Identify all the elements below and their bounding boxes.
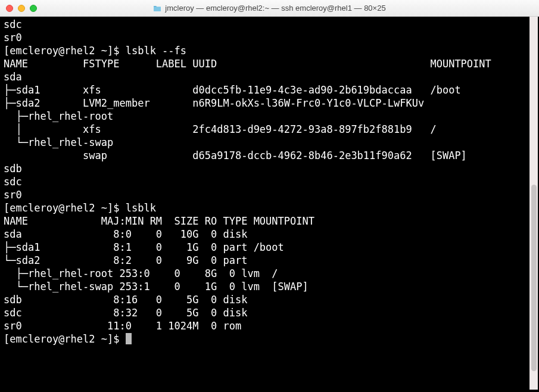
terminal-line: sdb [4,163,22,175]
terminal-line: ├─sda2 LVM2_member n6R9LM-okXs-l36W-Frc0… [4,97,424,109]
window-title: jmcleroy — emcleroy@rhel2:~ — ssh emcler… [0,4,539,13]
terminal-line: NAME FSTYPE LABEL UUID MOUNTPOINT [4,58,491,70]
terminal-line: sdc 8:32 0 5G 0 disk [4,307,247,319]
terminal-line: sdb 8:16 0 5G 0 disk [4,294,247,306]
window-titlebar: jmcleroy — emcleroy@rhel2:~ — ssh emcler… [0,0,539,17]
terminal-line: └─rhel_rhel-swap 253:1 0 1G 0 lvm [SWAP] [4,281,309,293]
terminal-line: sdc [4,18,22,30]
terminal-line: sr0 [4,189,22,201]
terminal-prompt-line: [emcleroy@rhel2 ~]$ [4,333,126,345]
terminal-line: ├─rhel_rhel-root [4,110,113,122]
scroll-thumb[interactable] [531,185,537,371]
terminal-line: └─sda2 8:2 0 9G 0 part [4,254,247,266]
terminal-line: │ xfs 2fc4d813-d9e9-4272-93a8-897fb2f881… [4,123,437,135]
terminal-line: [emcleroy@rhel2 ~]$ lsblk [4,202,156,214]
terminal-line: ├─rhel_rhel-root 253:0 0 8G 0 lvm / [4,267,278,279]
terminal-line: NAME MAJ:MIN RM SIZE RO TYPE MOUNTPOINT [4,215,314,227]
traffic-lights [6,5,37,12]
minimize-button[interactable] [18,5,25,12]
terminal-line: └─rhel_rhel-swap [4,136,113,148]
terminal-line: sdc [4,176,22,188]
zoom-button[interactable] [30,5,37,12]
window-title-text: jmcleroy — emcleroy@rhel2:~ — ssh emcler… [165,4,385,13]
terminal-line: sda 8:0 0 10G 0 disk [4,228,247,240]
terminal-line: ├─sda1 8:1 0 1G 0 part /boot [4,241,284,253]
folder-icon [153,5,161,12]
terminal-line: sr0 [4,32,22,43]
terminal-viewport[interactable]: sdc sr0 [emcleroy@rhel2 ~]$ lsblk --fs N… [0,17,539,392]
scrollbar[interactable] [529,17,538,390]
terminal-line: [emcleroy@rhel2 ~]$ lsblk --fs [4,45,186,57]
terminal-line: swap d65a9178-dccb-4962-8b46-2e3b11f90a6… [4,150,467,161]
terminal-line: sr0 11:0 1 1024M 0 rom [4,320,241,332]
terminal-line: sda [4,71,22,83]
terminal-line: ├─sda1 xfs d0dcc5fb-11e9-4c3e-ad90-2b619… [4,84,461,96]
cursor [126,333,132,344]
close-button[interactable] [6,5,13,12]
